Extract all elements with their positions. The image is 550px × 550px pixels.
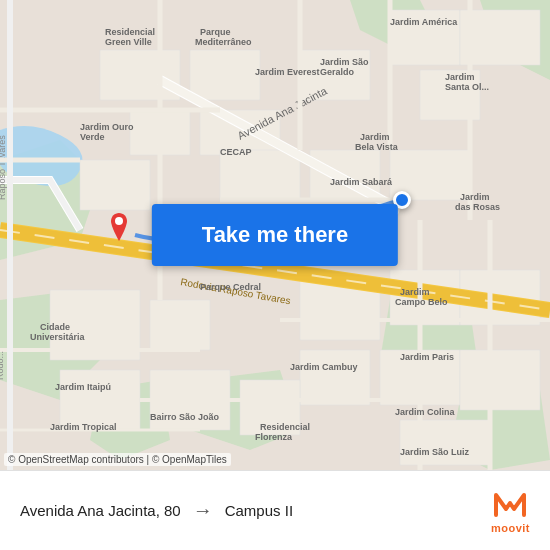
svg-text:Jardim Colina: Jardim Colina xyxy=(395,407,456,417)
svg-text:Bela Vista: Bela Vista xyxy=(355,142,399,152)
moovit-letter xyxy=(492,487,528,522)
arrow-icon: → xyxy=(193,499,213,522)
map-attribution: © OpenStreetMap contributors | © OpenMap… xyxy=(4,453,231,466)
svg-point-83 xyxy=(115,217,123,225)
svg-text:Rodo...: Rodo... xyxy=(0,351,5,380)
svg-text:Jardim: Jardim xyxy=(460,192,490,202)
svg-text:Florenza: Florenza xyxy=(255,432,293,442)
take-me-there-button[interactable]: Take me there xyxy=(152,204,398,266)
svg-text:Campo Belo: Campo Belo xyxy=(395,297,448,307)
svg-text:das Rosas: das Rosas xyxy=(455,202,500,212)
svg-text:Verde: Verde xyxy=(80,132,105,142)
svg-rect-10 xyxy=(190,50,260,100)
svg-text:Jardim São Luiz: Jardim São Luiz xyxy=(400,447,470,457)
svg-text:Cidade: Cidade xyxy=(40,322,70,332)
svg-rect-22 xyxy=(60,370,140,430)
svg-text:Jardim Sabará: Jardim Sabará xyxy=(330,177,393,187)
moovit-logo: moovit xyxy=(491,487,530,534)
map-container: Avenida Ana Jacinta Rodovia Raposo Tavar… xyxy=(0,0,550,470)
svg-text:Jardim Ouro: Jardim Ouro xyxy=(80,122,134,132)
moovit-text: moovit xyxy=(491,522,530,534)
svg-rect-23 xyxy=(150,300,210,350)
svg-text:Bairro São João: Bairro São João xyxy=(150,412,220,422)
bottom-bar: Avenida Ana Jacinta, 80 → Campus II moov… xyxy=(0,470,550,550)
svg-text:Jardim Itaipú: Jardim Itaipú xyxy=(55,382,111,392)
svg-rect-18 xyxy=(220,150,300,200)
from-label: Avenida Ana Jacinta, 80 xyxy=(20,502,181,520)
svg-rect-27 xyxy=(300,350,370,405)
svg-text:Mediterrâneo: Mediterrâneo xyxy=(195,37,252,47)
svg-text:CECAP: CECAP xyxy=(220,147,252,157)
svg-text:Jardim Cambuy: Jardim Cambuy xyxy=(290,362,358,372)
svg-text:Residencial: Residencial xyxy=(260,422,310,432)
svg-text:Jardim América: Jardim América xyxy=(390,17,458,27)
destination-marker xyxy=(107,213,131,245)
svg-text:Santa Ol...: Santa Ol... xyxy=(445,82,489,92)
to-label: Campus II xyxy=(225,502,293,519)
svg-rect-9 xyxy=(100,50,180,100)
svg-text:Geraldo: Geraldo xyxy=(320,67,355,77)
svg-rect-17 xyxy=(80,160,150,210)
route-info: Avenida Ana Jacinta, 80 → Campus II xyxy=(20,499,293,522)
svg-text:Jardim Paris: Jardim Paris xyxy=(400,352,454,362)
svg-text:Green Ville: Green Ville xyxy=(105,37,152,47)
svg-text:Parque: Parque xyxy=(200,27,231,37)
svg-text:Residencial: Residencial xyxy=(105,27,155,37)
svg-text:Jardim Everest: Jardim Everest xyxy=(255,67,320,77)
svg-rect-29 xyxy=(460,350,540,410)
svg-text:Raposo Tavares: Raposo Tavares xyxy=(0,135,7,200)
svg-text:Universitária: Universitária xyxy=(30,332,86,342)
svg-text:Parque Cedral: Parque Cedral xyxy=(200,282,261,292)
svg-text:Jardim: Jardim xyxy=(400,287,430,297)
svg-text:Jardim Tropical: Jardim Tropical xyxy=(50,422,117,432)
svg-rect-32 xyxy=(400,420,490,465)
svg-text:Jardim: Jardim xyxy=(445,72,475,82)
svg-text:Jardim: Jardim xyxy=(360,132,390,142)
svg-text:Jardim São: Jardim São xyxy=(320,57,369,67)
